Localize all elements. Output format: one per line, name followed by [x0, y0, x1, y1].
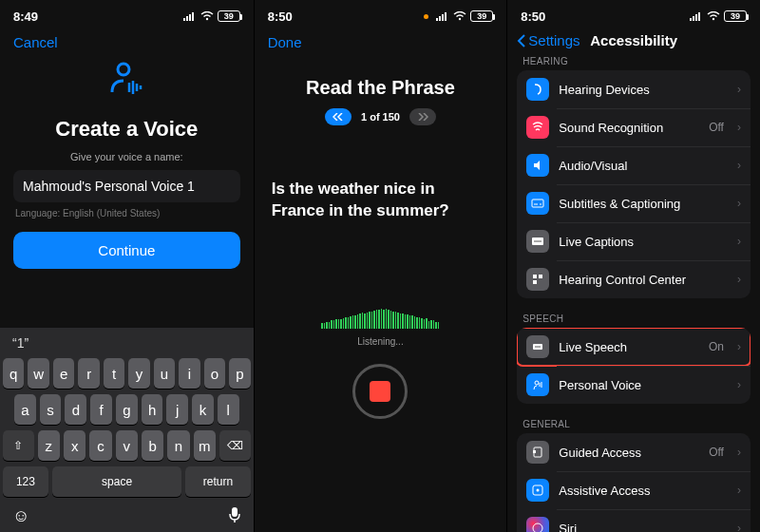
- wifi-icon: [200, 11, 214, 21]
- key-space[interactable]: space: [52, 466, 182, 497]
- row-label: Live Speech: [559, 340, 699, 354]
- status-bar: 8:50 39: [507, 0, 760, 27]
- svg-point-16: [459, 18, 461, 20]
- key-e[interactable]: e: [53, 358, 74, 389]
- mic-key[interactable]: [228, 506, 241, 526]
- subtitle: Give your voice a name:: [0, 151, 254, 162]
- svg-rect-20: [698, 12, 700, 21]
- row-siri[interactable]: Siri›: [517, 509, 750, 532]
- section-header-hearing: HEARING: [507, 52, 760, 70]
- key-q[interactable]: q: [3, 358, 24, 389]
- record-stop-button[interactable]: [352, 364, 408, 419]
- row-label: Personal Voice: [559, 378, 724, 392]
- phrase-pager: 1 of 150: [255, 108, 507, 125]
- svg-rect-19: [695, 14, 697, 21]
- subtitles-icon: [526, 192, 549, 215]
- next-button[interactable]: [409, 108, 436, 125]
- key-c[interactable]: c: [89, 430, 111, 461]
- keyboard: “1” qwertyuiop asdfghjkl ⇧zxcvbnm⌫ 123 s…: [0, 328, 254, 532]
- row-subtitles-captioning[interactable]: Subtitles & Captioning›: [517, 184, 750, 222]
- row-label: Assistive Access: [559, 484, 724, 498]
- continue-button[interactable]: Continue: [13, 232, 240, 269]
- svg-rect-27: [533, 275, 537, 278]
- voice-name-field[interactable]: [13, 170, 240, 202]
- row-hearing-devices[interactable]: Hearing Devices›: [517, 70, 750, 108]
- section-header-speech: SPEECH: [507, 310, 760, 328]
- siri-icon: [526, 517, 549, 532]
- svg-rect-10: [232, 507, 238, 517]
- key-k[interactable]: k: [192, 394, 214, 425]
- svg-rect-0: [183, 18, 185, 21]
- svg-rect-12: [436, 18, 438, 21]
- emoji-key[interactable]: ☺: [12, 506, 29, 526]
- key-f[interactable]: f: [90, 394, 112, 425]
- nav-title: Accessibility: [507, 32, 760, 48]
- row-audio-visual[interactable]: Audio/Visual›: [517, 146, 750, 184]
- svg-point-39: [533, 523, 542, 532]
- nav-bar: Cancel: [0, 27, 254, 50]
- keyboard-row-bottom: 123 space return: [3, 466, 251, 497]
- row-live-captions[interactable]: Live Captions›: [517, 222, 750, 260]
- key-n[interactable]: n: [167, 430, 189, 461]
- status-time: 8:50: [521, 10, 545, 24]
- keyboard-row-1: qwertyuiop: [3, 358, 251, 389]
- key-v[interactable]: v: [116, 430, 138, 461]
- svg-rect-36: [533, 450, 536, 453]
- key-m[interactable]: m: [194, 430, 216, 461]
- row-label: Hearing Devices: [559, 83, 724, 97]
- key-⇧[interactable]: ⇧: [3, 430, 34, 461]
- status-time: 8:50: [268, 10, 293, 24]
- key-j[interactable]: j: [166, 394, 188, 425]
- group-hearing: Hearing Devices›Sound RecognitionOff›Aud…: [517, 70, 750, 298]
- key-h[interactable]: h: [142, 394, 163, 425]
- voice-name-input[interactable]: [23, 179, 231, 194]
- signal-icon: [690, 11, 703, 21]
- autocorrect-suggestion[interactable]: “1”: [3, 332, 251, 358]
- listening-label: Listening...: [255, 336, 507, 347]
- key-o[interactable]: o: [204, 358, 225, 389]
- key-i[interactable]: i: [179, 358, 200, 389]
- key-return[interactable]: return: [185, 466, 250, 497]
- row-live-speech[interactable]: Live SpeechOn›: [517, 328, 750, 366]
- cancel-button[interactable]: Cancel: [13, 34, 58, 50]
- key-123[interactable]: 123: [3, 466, 48, 497]
- key-r[interactable]: r: [78, 358, 99, 389]
- page-title: Create a Voice: [0, 117, 254, 142]
- row-personal-voice[interactable]: Personal Voice›: [517, 366, 750, 404]
- key-l[interactable]: l: [218, 394, 239, 425]
- svg-rect-28: [539, 275, 542, 278]
- svg-rect-3: [192, 12, 194, 21]
- key-t[interactable]: t: [104, 358, 124, 389]
- svg-point-38: [537, 489, 540, 492]
- key-a[interactable]: a: [14, 394, 36, 425]
- row-label: Hearing Control Center: [559, 273, 724, 287]
- key-z[interactable]: z: [38, 430, 60, 461]
- row-sound-recognition[interactable]: Sound RecognitionOff›: [517, 108, 750, 146]
- row-label: Guided Access: [559, 446, 699, 460]
- key-y[interactable]: y: [128, 358, 149, 389]
- key-p[interactable]: p: [229, 358, 250, 389]
- hcc-icon: [526, 268, 549, 291]
- chevron-right-icon: ›: [737, 121, 741, 134]
- stop-icon: [370, 381, 390, 402]
- key-⌫[interactable]: ⌫: [219, 430, 251, 461]
- key-g[interactable]: g: [116, 394, 138, 425]
- key-u[interactable]: u: [154, 358, 175, 389]
- chevron-right-icon: ›: [737, 83, 741, 96]
- svg-rect-1: [186, 16, 188, 21]
- svg-rect-13: [439, 16, 441, 21]
- row-hearing-control-center[interactable]: Hearing Control Center›: [517, 260, 750, 298]
- livespeech-icon: [526, 335, 549, 358]
- key-d[interactable]: d: [65, 394, 86, 425]
- svg-rect-2: [189, 14, 191, 21]
- key-x[interactable]: x: [64, 430, 86, 461]
- audio-icon: [526, 154, 549, 177]
- key-s[interactable]: s: [40, 394, 62, 425]
- key-b[interactable]: b: [142, 430, 163, 461]
- row-assistive-access[interactable]: Assistive Access›: [517, 471, 750, 509]
- row-guided-access[interactable]: Guided AccessOff›: [517, 433, 750, 471]
- prev-button[interactable]: [325, 108, 352, 125]
- done-button[interactable]: Done: [268, 34, 302, 50]
- status-time: 8:49: [13, 10, 38, 24]
- key-w[interactable]: w: [28, 358, 48, 389]
